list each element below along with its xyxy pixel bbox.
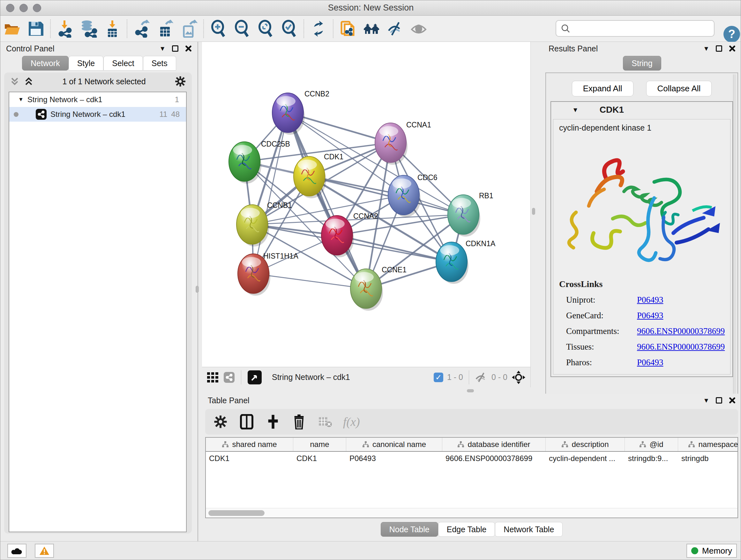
export-image-button[interactable]	[177, 17, 201, 40]
grid-mode-icon[interactable]	[206, 371, 219, 384]
hide-selected-button[interactable]	[383, 17, 407, 40]
float-panel-icon[interactable]	[716, 45, 722, 52]
collapse-all-button[interactable]: Collapse All	[646, 81, 712, 97]
table-cell[interactable]: CDK1	[206, 452, 293, 465]
zoom-out-button[interactable]	[230, 17, 254, 40]
tab-network[interactable]: Network	[22, 56, 69, 71]
column-header-namespace[interactable]: namespace	[678, 438, 741, 451]
column-header-description[interactable]: description	[546, 438, 625, 451]
expand-all-button[interactable]: Expand All	[572, 81, 633, 97]
network-view-share-icon[interactable]	[224, 372, 234, 383]
collection-expand-icon[interactable]: ▼	[18, 97, 23, 103]
network-row[interactable]: String Network – cdk1 11 48	[9, 107, 186, 122]
node-CCNB2[interactable]: CCNB2	[272, 90, 329, 135]
collapse-panel-icon[interactable]: ▼	[159, 45, 165, 52]
node-CCNA2[interactable]: CCNA2	[321, 212, 378, 257]
results-scrollbar[interactable]	[733, 74, 736, 395]
node-label-CCNB2: CCNB2	[305, 90, 329, 98]
crosslink-link[interactable]: P06493	[637, 311, 664, 320]
left-splitter-handle[interactable]	[196, 286, 199, 293]
close-panel-icon[interactable]	[185, 45, 192, 52]
column-header-name[interactable]: name	[293, 438, 346, 451]
collapse-all-networks-icon[interactable]	[24, 76, 33, 86]
column-header-canonical-name[interactable]: canonical name	[346, 438, 442, 451]
memory-status-button[interactable]: Memory	[686, 544, 737, 558]
expand-all-networks-icon[interactable]	[10, 76, 19, 86]
help-button[interactable]: ?	[724, 26, 740, 43]
node-CCNB1[interactable]: CCNB1	[237, 201, 292, 246]
save-session-button[interactable]	[24, 17, 48, 40]
tab-network-table[interactable]: Network Table	[495, 522, 562, 537]
tab-sets[interactable]: Sets	[143, 56, 176, 71]
gene-section-header[interactable]: ▼ CDK1	[551, 102, 732, 118]
column-header-database-identifier[interactable]: database identifier	[442, 438, 546, 451]
import-network-file-button[interactable]	[53, 17, 77, 40]
table-cell[interactable]: cyclin-dependent ...	[546, 452, 625, 465]
open-session-button[interactable]	[0, 17, 24, 40]
tab-style[interactable]: Style	[69, 56, 104, 71]
network-canvas[interactable]: CCNB2CCNA1CDC25BCDK1CDC6RB1CCNB1CCNA2CDK…	[202, 42, 531, 367]
node-CCNE1[interactable]: CCNE1	[350, 266, 407, 311]
tab-edge-table[interactable]: Edge Table	[438, 522, 495, 537]
selected-nodes-checkbox[interactable]: ✓	[434, 373, 443, 382]
hidden-eye-slash-icon[interactable]	[475, 372, 488, 383]
table-horizontal-scrollbar[interactable]	[206, 508, 738, 517]
table-empty-area	[206, 465, 738, 508]
table-cell[interactable]: stringdb	[678, 452, 741, 465]
zoom-fit-button[interactable]	[254, 17, 277, 40]
cloud-status-button[interactable]	[7, 544, 26, 558]
export-network-button[interactable]	[130, 17, 153, 40]
toolbar-separator	[50, 19, 51, 38]
zoom-in-button[interactable]	[206, 17, 230, 40]
apply-layout-button[interactable]	[307, 17, 330, 40]
birds-eye-view-icon[interactable]	[248, 370, 262, 384]
delete-columns-trash-icon[interactable]	[291, 414, 307, 430]
tab-string[interactable]: String	[623, 56, 661, 71]
tab-node-table[interactable]: Node Table	[381, 522, 438, 537]
float-panel-icon[interactable]	[172, 45, 179, 52]
node-CCNA1[interactable]: CCNA1	[375, 121, 431, 165]
table-cell[interactable]: P06493	[346, 452, 442, 465]
search-input[interactable]	[570, 23, 704, 34]
warning-status-button[interactable]	[35, 544, 54, 558]
show-all-button[interactable]	[407, 17, 430, 40]
crosslink-link[interactable]: P06493	[637, 358, 664, 368]
crosslink-link[interactable]: 9606.ENSP00000378699	[637, 326, 725, 336]
horizontal-splitter-handle[interactable]	[467, 389, 474, 392]
table-cell[interactable]: stringdb:9...	[625, 452, 678, 465]
gene-collapse-icon[interactable]: ▼	[572, 106, 579, 114]
close-panel-icon[interactable]	[729, 397, 736, 404]
network-edge-count: 48	[171, 110, 180, 119]
column-header-shared-name[interactable]: shared name	[206, 438, 293, 451]
collapse-panel-icon[interactable]: ▼	[703, 45, 710, 52]
node-HIST1H1A[interactable]: HIST1H1A	[238, 252, 299, 296]
collapse-panel-icon[interactable]: ▼	[703, 397, 710, 404]
edge-CCNA2-CDKN1A	[337, 235, 452, 262]
crosshair-move-icon[interactable]	[511, 370, 526, 385]
crosslink-link[interactable]: P06493	[637, 295, 664, 305]
float-panel-icon[interactable]	[716, 397, 722, 403]
network-current-dot	[14, 112, 18, 117]
node-CDKN1A[interactable]: CDKN1A	[436, 240, 495, 284]
table-cell[interactable]: 9606.ENSP00000378699	[442, 452, 546, 465]
table-options-gear-icon[interactable]	[212, 414, 229, 430]
export-table-button[interactable]	[153, 17, 177, 40]
create-column-plus-icon[interactable]	[265, 414, 281, 430]
table-cell[interactable]: CDK1	[293, 452, 346, 465]
crosslink-link[interactable]: 9606.ENSP00000378699	[637, 342, 725, 352]
table-row[interactable]: CDK1CDK1P064939606.ENSP00000378699cyclin…	[206, 452, 738, 465]
import-table-file-button[interactable]	[100, 17, 124, 40]
network-collection-row[interactable]: ▼ String Network – cdk1 1	[9, 92, 186, 107]
network-options-gear-icon[interactable]	[175, 76, 186, 87]
close-panel-icon[interactable]	[729, 45, 736, 52]
node-RB1[interactable]: RB1	[448, 192, 493, 237]
tab-select[interactable]: Select	[104, 56, 143, 71]
show-columns-icon[interactable]	[239, 414, 255, 430]
import-network-database-button[interactable]	[77, 17, 100, 40]
zoom-selected-button[interactable]	[277, 17, 301, 40]
column-header--id[interactable]: @id	[625, 438, 678, 451]
first-neighbors-button[interactable]	[360, 17, 383, 40]
duplicate-network-button[interactable]	[336, 17, 360, 40]
scrollbar-thumb[interactable]	[208, 510, 265, 516]
right-splitter-handle[interactable]	[532, 208, 535, 215]
